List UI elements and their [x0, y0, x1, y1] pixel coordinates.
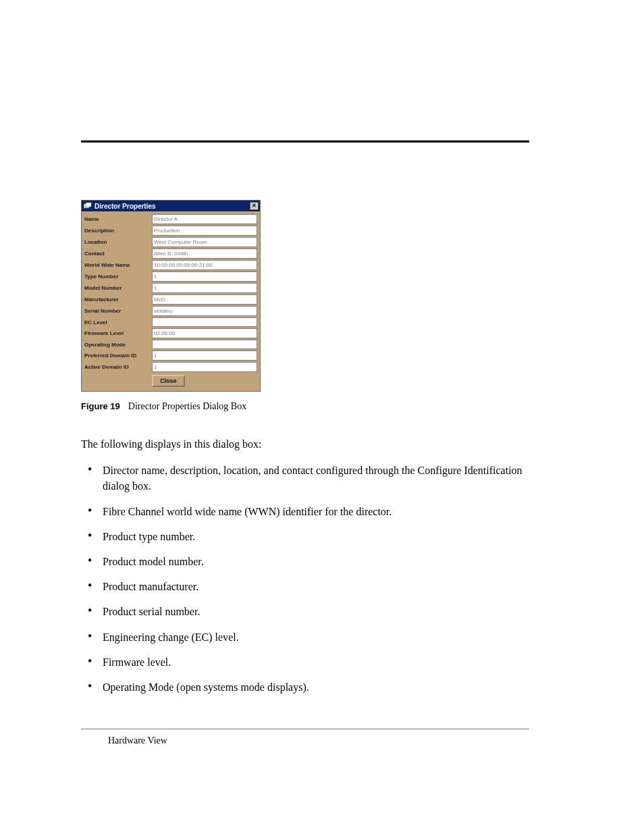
property-row: ManufacturerMcD — [84, 294, 257, 305]
list-item: Operating Mode (open systems mode displa… — [81, 679, 529, 695]
property-label: Model Number — [84, 283, 152, 293]
property-row: Serial Numberserialno — [84, 306, 257, 316]
property-label: Contact — [84, 249, 152, 259]
property-label: Firmware Level — [84, 328, 152, 338]
property-row: DescriptionProduction — [84, 226, 257, 236]
list-item: Product manufacturer. — [81, 579, 529, 594]
bullet-list: Director name, description, location, an… — [81, 463, 529, 695]
property-row: Active Domain ID1 — [84, 362, 257, 372]
dialog-title: Director Properties — [95, 203, 250, 210]
property-value: 02.00.00 — [152, 328, 257, 338]
dialog-button-row: Close — [84, 375, 257, 387]
property-value: Production — [152, 226, 257, 236]
property-row: World Wide Name10:00:08:00:88:00:21:00 — [84, 260, 257, 270]
property-row: Firmware Level02.00.00 — [84, 328, 257, 338]
property-label: Description — [84, 226, 152, 236]
property-label: Location — [84, 237, 152, 247]
property-value: 1 — [152, 283, 257, 293]
property-label: Operating Mode — [84, 340, 152, 349]
property-value: Director A — [152, 214, 257, 224]
close-button[interactable]: Close — [152, 375, 185, 387]
property-label: World Wide Name — [84, 260, 152, 270]
property-label: Manufacturer — [84, 294, 152, 305]
property-label: Preferred Domain ID — [84, 350, 152, 361]
list-item: Fibre Channel world wide name (WWN) iden… — [81, 504, 529, 519]
property-label: EC Level — [84, 317, 152, 327]
dialog-titlebar: Director Properties ✕ — [82, 201, 260, 211]
property-row: Model Number1 — [84, 283, 257, 293]
property-value — [152, 317, 257, 327]
property-value: serialno — [152, 306, 257, 316]
property-value: 1 — [152, 362, 257, 372]
dialog-body: NameDirector ADescriptionProductionLocat… — [82, 211, 260, 391]
property-label: Type Number — [84, 271, 152, 282]
property-label: Active Domain ID — [84, 362, 152, 372]
property-value: 10:00:08:00:88:00:21:00 — [152, 260, 257, 270]
property-row: NameDirector A — [84, 214, 257, 224]
property-row: Type Number1 — [84, 271, 257, 282]
list-item: Director name, description, location, an… — [81, 463, 529, 494]
figure-label: Figure 19 — [81, 401, 120, 411]
footer-rule — [81, 729, 529, 729]
property-row: Preferred Domain ID1 — [84, 350, 257, 361]
svg-rect-1 — [86, 203, 91, 207]
page: Director Properties ✕ NameDirector ADesc… — [0, 0, 644, 834]
property-row: Operating Mode — [84, 340, 257, 349]
list-item: Firmware level. — [81, 654, 529, 670]
figure-caption-text: Director Properties Dialog Box — [128, 401, 246, 411]
property-row: LocationWest Computer Room — [84, 237, 257, 247]
director-properties-dialog: Director Properties ✕ NameDirector ADesc… — [81, 200, 261, 392]
property-row: EC Level — [84, 317, 257, 327]
content-area: Director Properties ✕ NameDirector ADesc… — [81, 200, 529, 704]
property-label: Name — [84, 214, 152, 224]
list-item: Engineering change (EC) level. — [81, 629, 529, 645]
list-item: Product model number. — [81, 554, 529, 569]
figure-caption: Figure 19Director Properties Dialog Box — [81, 401, 529, 412]
close-icon[interactable]: ✕ — [250, 202, 259, 210]
top-rule — [81, 140, 529, 142]
system-icon — [84, 203, 92, 209]
footer-text: Hardware View — [108, 735, 167, 746]
list-item: Product type number. — [81, 529, 529, 544]
property-row: ContactAllen B. Smith — [84, 249, 257, 259]
property-label: Serial Number — [84, 306, 152, 316]
property-value: 1 — [152, 350, 257, 361]
property-value — [152, 340, 257, 349]
property-value: Allen B. Smith — [152, 249, 257, 259]
property-value: 1 — [152, 271, 257, 282]
property-value: West Computer Room — [152, 237, 257, 247]
intro-text: The following displays in this dialog bo… — [81, 436, 529, 452]
property-value: McD — [152, 294, 257, 305]
list-item: Product serial number. — [81, 604, 529, 619]
